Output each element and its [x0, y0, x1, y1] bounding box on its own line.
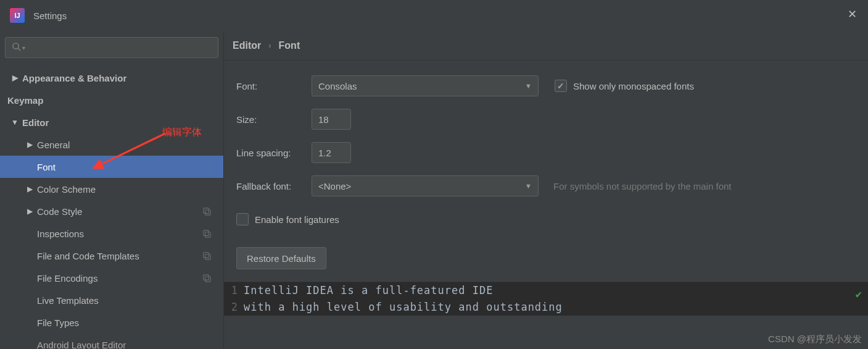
fallback-label: Fallback font:: [236, 181, 312, 191]
scope-icon: [201, 228, 212, 239]
chevron-down-icon: ▼: [525, 82, 532, 90]
sidebar-item-label: File Encodings: [37, 273, 201, 284]
sidebar-item-font[interactable]: Font: [0, 156, 223, 178]
chevron-right-icon: ›: [268, 41, 271, 50]
svg-rect-6: [203, 252, 208, 257]
app-icon: IJ: [10, 8, 25, 23]
svg-point-0: [13, 43, 19, 49]
sidebar-item-label: Android Layout Editor: [37, 340, 212, 350]
sidebar-item-live-templates[interactable]: Live Templates: [5, 289, 218, 311]
sidebar-item-appearance-behavior[interactable]: ▶Appearance & Behavior: [5, 67, 218, 89]
gutter-number: 2: [224, 299, 244, 316]
font-preview: 1IntelliJ IDEA is a full-featured IDE2wi…: [224, 282, 868, 316]
settings-sidebar: ▾ ▶Appearance & BehaviorKeymap▼Editor▶Ge…: [0, 31, 224, 349]
gutter-number: 1: [224, 282, 244, 299]
breadcrumb: Editor › Font: [224, 31, 868, 61]
svg-rect-7: [205, 254, 210, 259]
sidebar-item-file-types[interactable]: File Types: [5, 311, 218, 334]
monospace-label[interactable]: Show only monospaced fonts: [573, 81, 694, 91]
sidebar-item-label: Font: [37, 162, 212, 172]
sidebar-item-label: File Types: [37, 317, 212, 328]
line-spacing-field[interactable]: 1.2: [312, 142, 351, 163]
sidebar-item-code-style[interactable]: ▶Code Style: [5, 200, 218, 222]
search-input[interactable]: ▾: [5, 37, 218, 58]
scope-icon: [201, 250, 212, 261]
search-icon: [12, 42, 21, 53]
sidebar-item-label: Inspections: [37, 229, 201, 239]
line-spacing-value: 1.2: [318, 148, 331, 158]
sidebar-item-label: Color Scheme: [37, 184, 212, 195]
svg-rect-3: [205, 209, 210, 214]
tree-arrow-icon: ▶: [7, 74, 22, 82]
close-icon[interactable]: ✕: [848, 9, 857, 20]
font-combobox[interactable]: Consolas ▼: [312, 75, 539, 96]
settings-content: Editor › Font Font: Consolas ▼ Show only…: [224, 31, 868, 349]
breadcrumb-root[interactable]: Editor: [233, 40, 261, 51]
sidebar-item-android-layout-editor[interactable]: Android Layout Editor: [5, 334, 218, 349]
size-field[interactable]: 18: [312, 109, 351, 130]
svg-rect-2: [203, 208, 208, 212]
fallback-hint: For symbols not supported by the main fo…: [553, 181, 731, 191]
scope-icon: [201, 206, 212, 217]
breadcrumb-leaf: Font: [279, 40, 300, 51]
sidebar-item-general[interactable]: ▶General: [5, 133, 218, 156]
preview-line: 2with a high level of usability and outs…: [224, 299, 868, 316]
tree-arrow-icon: ▶: [22, 185, 37, 193]
preview-line: 1IntelliJ IDEA is a full-featured IDE: [224, 282, 868, 299]
titlebar: IJ Settings ✕: [0, 0, 868, 31]
ligatures-label[interactable]: Enable font ligatures: [255, 214, 339, 225]
sidebar-item-label: Keymap: [7, 95, 212, 106]
size-value: 18: [318, 114, 329, 125]
svg-rect-8: [203, 274, 208, 279]
chevron-down-icon: ▼: [525, 182, 532, 190]
preview-text: IntelliJ IDEA is a full-featured IDE: [244, 282, 493, 299]
font-label: Font:: [236, 81, 312, 91]
monospace-checkbox[interactable]: [555, 80, 567, 92]
svg-line-1: [18, 48, 20, 51]
tree-arrow-icon: ▶: [22, 140, 37, 149]
sidebar-item-file-and-code-templates[interactable]: File and Code Templates: [5, 245, 218, 267]
sidebar-item-label: General: [37, 140, 212, 150]
tree-arrow-icon: ▶: [22, 207, 37, 216]
check-icon: ✔: [856, 286, 862, 303]
ligatures-checkbox[interactable]: [236, 213, 249, 225]
svg-rect-5: [205, 232, 210, 237]
fallback-value: <None>: [318, 181, 351, 191]
sidebar-item-label: File and Code Templates: [37, 251, 201, 261]
sidebar-item-label: Live Templates: [37, 295, 212, 306]
sidebar-item-label: Editor: [22, 117, 212, 128]
sidebar-item-editor[interactable]: ▼Editor: [5, 111, 218, 133]
tree-arrow-icon: ▼: [7, 118, 22, 127]
settings-tree: ▶Appearance & BehaviorKeymap▼Editor▶Gene…: [5, 67, 218, 349]
svg-rect-4: [203, 230, 208, 235]
sidebar-item-label: Code Style: [37, 206, 201, 217]
preview-text: with a high level of usability and outst…: [244, 299, 563, 316]
window-title: Settings: [33, 11, 67, 21]
restore-defaults-button[interactable]: Restore Defaults: [236, 247, 326, 269]
sidebar-item-inspections[interactable]: Inspections: [5, 222, 218, 245]
sidebar-item-label: Appearance & Behavior: [22, 73, 212, 83]
chevron-down-icon: ▾: [22, 44, 25, 51]
scope-icon: [201, 272, 212, 284]
size-label: Size:: [236, 114, 312, 125]
svg-rect-9: [205, 276, 210, 281]
sidebar-item-color-scheme[interactable]: ▶Color Scheme: [5, 178, 218, 200]
sidebar-item-keymap[interactable]: Keymap: [5, 89, 218, 111]
sidebar-item-file-encodings[interactable]: File Encodings: [5, 267, 218, 289]
fallback-combobox[interactable]: <None> ▼: [312, 175, 539, 196]
font-value: Consolas: [318, 81, 357, 91]
line-spacing-label: Line spacing:: [236, 148, 312, 158]
